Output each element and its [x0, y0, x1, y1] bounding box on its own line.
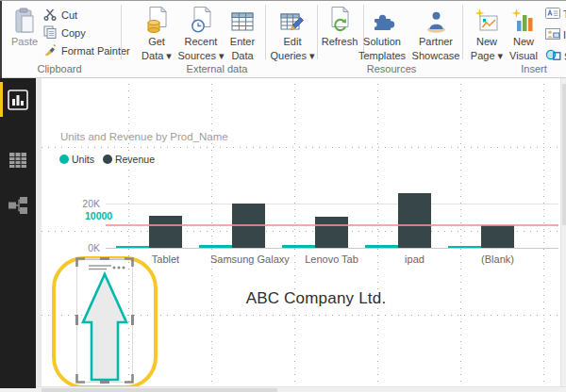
recent-sources-label-2: Sources ▾: [178, 50, 225, 62]
external-data-group-label: External data: [184, 63, 250, 74]
legend-entry[interactable]: Revenue: [103, 154, 155, 165]
edit-queries-icon: [280, 4, 306, 34]
copy-button[interactable]: Copy: [43, 24, 86, 41]
format-painter-button[interactable]: Format Painter: [43, 42, 130, 59]
units-bar[interactable]: [199, 245, 232, 248]
get-data-label-2: Data ▾: [142, 50, 172, 62]
new-visual-icon: [511, 4, 536, 34]
solution-templates-icon: [370, 4, 395, 34]
paste-icon: [13, 4, 36, 34]
new-visual-label-1: New: [513, 36, 534, 48]
recent-sources-icon: [189, 4, 213, 34]
new-page-button[interactable]: New Page ▾: [468, 4, 506, 62]
text-box-icon: [545, 7, 560, 22]
report-view-button[interactable]: [0, 86, 36, 118]
revenue-bar[interactable]: [398, 193, 431, 248]
partner-showcase-button[interactable]: Partner Showcase: [411, 4, 460, 62]
revenue-bar[interactable]: [481, 225, 514, 248]
format-painter-icon: [43, 43, 57, 58]
edit-queries-button[interactable]: Edit Queries ▾: [269, 4, 316, 62]
legend-label: Units: [72, 154, 94, 165]
relationships-view-icon: [8, 196, 28, 219]
recent-sources-button[interactable]: Recent Sources ▾: [177, 4, 225, 62]
units-bar[interactable]: [448, 246, 481, 248]
y-gridline: [106, 204, 558, 204]
ribbon-separator: [317, 5, 318, 59]
y-axis-tick: 20K: [70, 198, 100, 209]
reference-line: [106, 224, 558, 226]
refresh-label: Refresh: [322, 36, 358, 48]
view-sidebar: [0, 78, 36, 388]
new-visual-label-2: Visual: [509, 50, 538, 62]
copy-label: Copy: [61, 27, 86, 39]
category-label: (Blank): [459, 253, 536, 265]
units-bar[interactable]: [116, 246, 149, 248]
enter-data-label-1: Enter: [230, 36, 255, 48]
window-edge: [0, 1, 2, 78]
cut-label: Cut: [61, 9, 77, 21]
data-view-icon: [8, 152, 27, 172]
get-data-label-1: Get: [148, 36, 165, 48]
vertical-scrollbar[interactable]: [560, 78, 566, 386]
horizontal-scrollbar-thumb[interactable]: [42, 388, 277, 392]
company-textbox[interactable]: ABC Company Ltd.: [217, 289, 415, 308]
refresh-button[interactable]: Refresh: [319, 4, 360, 62]
clipboard-group-label: Clipboard: [28, 63, 91, 74]
shapes-button[interactable]: S: [545, 48, 566, 64]
report-canvas[interactable]: Units and Revenue by Prod_Name UnitsReve…: [42, 78, 560, 386]
paste-button[interactable]: Paste: [8, 4, 42, 62]
category-label: Samsung Galaxy: [210, 253, 287, 265]
chart-title: Units and Revenue by Prod_Name: [60, 131, 228, 142]
paste-label: Paste: [11, 36, 38, 48]
solution-templates-label-1: Solution: [363, 36, 401, 48]
enter-data-icon: [230, 4, 255, 34]
get-data-button[interactable]: Get Data ▾: [136, 4, 177, 62]
up-arrow-shape[interactable]: [83, 274, 126, 380]
report-view-icon: [8, 90, 28, 114]
category-label: Lenovo Tab: [293, 253, 370, 265]
refresh-icon: [327, 4, 352, 34]
category-label: ipad: [376, 253, 453, 265]
data-view-button[interactable]: [0, 146, 36, 178]
ribbon-separator: [462, 5, 463, 59]
legend-dot-icon: [103, 155, 112, 164]
copy-icon: [43, 25, 57, 41]
horizontal-scrollbar[interactable]: [36, 386, 566, 392]
relationships-view-button[interactable]: [0, 191, 36, 223]
new-visual-button[interactable]: New Visual: [508, 4, 540, 62]
units-bar[interactable]: [282, 245, 315, 248]
legend-label: Revenue: [115, 154, 155, 165]
ribbon: Paste Cut Copy Format Painter Clipboard …: [0, 1, 566, 78]
enter-data-button[interactable]: Enter Data: [223, 4, 262, 62]
scrollbar-corner: [0, 388, 36, 392]
solution-templates-label-2: Templates: [358, 50, 406, 62]
insert-group-label: Insert: [508, 63, 560, 74]
partner-showcase-label-2: Showcase: [412, 50, 460, 62]
format-painter-label: Format Painter: [61, 45, 130, 57]
powerbi-desktop-window: Paste Cut Copy Format Painter Clipboard …: [0, 0, 566, 392]
visual-options-icon[interactable]: [89, 266, 125, 270]
revenue-bar[interactable]: [315, 217, 348, 248]
revenue-bar[interactable]: [149, 216, 182, 248]
chart-legend: UnitsRevenue: [59, 154, 155, 165]
enter-data-label-2: Data: [231, 50, 253, 62]
new-page-label-1: New: [476, 36, 497, 48]
units-bar[interactable]: [365, 245, 398, 248]
recent-sources-label-1: Recent: [185, 36, 218, 48]
legend-entry[interactable]: Units: [59, 154, 94, 165]
cut-button[interactable]: Cut: [43, 7, 77, 24]
vertical-scrollbar-thumb[interactable]: [562, 84, 566, 225]
cut-icon: [43, 8, 57, 23]
edit-queries-label-1: Edit: [284, 36, 302, 48]
solution-templates-button[interactable]: Solution Templates: [358, 4, 406, 62]
get-data-icon: [144, 4, 169, 34]
legend-dot-icon: [59, 155, 69, 164]
x-axis-line: [106, 248, 558, 249]
ribbon-separator: [265, 5, 266, 59]
text-box-button[interactable]: T: [545, 7, 566, 22]
arrow-shape-visual[interactable]: [75, 257, 134, 387]
partner-showcase-icon: [424, 4, 449, 34]
reference-line-label: 10000: [85, 210, 112, 221]
image-button[interactable]: I: [545, 27, 566, 42]
y-axis-tick: 0K: [70, 242, 100, 253]
